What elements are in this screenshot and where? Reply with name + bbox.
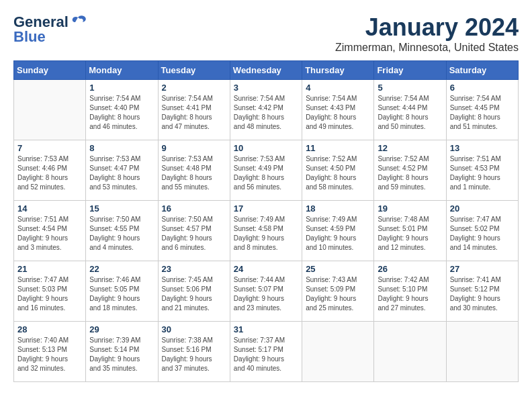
logo-bird-icon [69,15,87,30]
day-info: Sunrise: 7:46 AM Sunset: 5:05 PM Dayligh… [89,275,154,313]
calendar-cell: 8Sunrise: 7:53 AM Sunset: 4:47 PM Daylig… [86,140,158,201]
day-info: Sunrise: 7:39 AM Sunset: 5:14 PM Dayligh… [89,336,154,373]
day-info: Sunrise: 7:53 AM Sunset: 4:48 PM Dayligh… [162,154,226,192]
calendar-cell: 3Sunrise: 7:54 AM Sunset: 4:42 PM Daylig… [230,80,302,140]
calendar-cell: 26Sunrise: 7:42 AM Sunset: 5:10 PM Dayli… [374,261,446,322]
day-number: 9 [162,143,226,153]
day-number: 31 [234,324,298,334]
day-info: Sunrise: 7:43 AM Sunset: 5:09 PM Dayligh… [306,275,370,313]
day-info: Sunrise: 7:54 AM Sunset: 4:40 PM Dayligh… [89,94,154,132]
calendar-cell: 10Sunrise: 7:53 AM Sunset: 4:49 PM Dayli… [230,140,302,201]
day-number: 18 [306,203,370,214]
page-header: General Blue January 2024 Zimmerman, Min… [13,13,519,54]
calendar-cell: 24Sunrise: 7:44 AM Sunset: 5:07 PM Dayli… [230,261,302,322]
day-number: 17 [234,203,298,214]
day-number: 4 [306,83,370,93]
day-info: Sunrise: 7:44 AM Sunset: 5:07 PM Dayligh… [234,275,298,313]
day-number: 7 [17,143,82,153]
calendar-cell: 7Sunrise: 7:53 AM Sunset: 4:46 PM Daylig… [14,140,86,201]
calendar-cell: 27Sunrise: 7:41 AM Sunset: 5:12 PM Dayli… [446,261,518,322]
day-info: Sunrise: 7:49 AM Sunset: 4:59 PM Dayligh… [306,215,370,253]
day-number: 14 [17,203,82,214]
day-number: 26 [378,264,442,274]
day-number: 13 [450,143,515,153]
day-number: 22 [89,264,154,274]
calendar-cell: 31Sunrise: 7:37 AM Sunset: 5:17 PM Dayli… [230,322,302,382]
calendar-cell [302,322,374,382]
day-info: Sunrise: 7:51 AM Sunset: 4:54 PM Dayligh… [17,215,82,253]
day-info: Sunrise: 7:53 AM Sunset: 4:46 PM Dayligh… [17,154,82,192]
day-number: 28 [17,324,82,334]
calendar-cell: 23Sunrise: 7:45 AM Sunset: 5:06 PM Dayli… [158,261,230,322]
day-info: Sunrise: 7:54 AM Sunset: 4:41 PM Dayligh… [162,94,226,132]
calendar-cell: 9Sunrise: 7:53 AM Sunset: 4:48 PM Daylig… [158,140,230,201]
day-info: Sunrise: 7:48 AM Sunset: 5:01 PM Dayligh… [378,215,442,253]
calendar-cell: 1Sunrise: 7:54 AM Sunset: 4:40 PM Daylig… [86,80,158,140]
calendar-table: SundayMondayTuesdayWednesdayThursdayFrid… [13,60,519,382]
day-number: 11 [306,143,370,153]
calendar-cell: 30Sunrise: 7:38 AM Sunset: 5:16 PM Dayli… [158,322,230,382]
day-number: 23 [162,264,226,274]
calendar-day-header-monday: Monday [86,61,158,80]
day-number: 5 [378,83,442,93]
day-info: Sunrise: 7:54 AM Sunset: 4:45 PM Dayligh… [450,94,515,132]
calendar-week-row: 14Sunrise: 7:51 AM Sunset: 4:54 PM Dayli… [14,201,519,261]
title-section: January 2024 Zimmerman, Minnesota, Unite… [335,13,519,54]
day-number: 3 [234,83,298,93]
day-number: 12 [378,143,442,153]
day-number: 8 [89,143,154,153]
day-info: Sunrise: 7:53 AM Sunset: 4:47 PM Dayligh… [89,154,154,192]
location-text: Zimmerman, Minnesota, United States [335,42,519,54]
day-info: Sunrise: 7:51 AM Sunset: 4:53 PM Dayligh… [450,154,515,192]
calendar-cell: 20Sunrise: 7:47 AM Sunset: 5:02 PM Dayli… [446,201,518,261]
calendar-day-header-friday: Friday [374,61,446,80]
logo: General Blue [13,13,87,46]
day-info: Sunrise: 7:50 AM Sunset: 4:57 PM Dayligh… [162,215,226,253]
day-info: Sunrise: 7:40 AM Sunset: 5:13 PM Dayligh… [17,336,82,373]
day-info: Sunrise: 7:47 AM Sunset: 5:03 PM Dayligh… [17,275,82,313]
day-info: Sunrise: 7:54 AM Sunset: 4:43 PM Dayligh… [306,94,370,132]
calendar-cell: 15Sunrise: 7:50 AM Sunset: 4:55 PM Dayli… [86,201,158,261]
day-number: 21 [17,264,82,274]
calendar-day-header-sunday: Sunday [14,61,86,80]
calendar-day-header-saturday: Saturday [446,61,518,80]
day-number: 16 [162,203,226,214]
day-info: Sunrise: 7:41 AM Sunset: 5:12 PM Dayligh… [450,275,515,313]
day-info: Sunrise: 7:49 AM Sunset: 4:58 PM Dayligh… [234,215,298,253]
day-number: 25 [306,264,370,274]
calendar-cell: 29Sunrise: 7:39 AM Sunset: 5:14 PM Dayli… [86,322,158,382]
logo-blue: Blue [13,28,46,46]
calendar-cell: 16Sunrise: 7:50 AM Sunset: 4:57 PM Dayli… [158,201,230,261]
calendar-day-header-thursday: Thursday [302,61,374,80]
calendar-week-row: 1Sunrise: 7:54 AM Sunset: 4:40 PM Daylig… [14,80,519,140]
calendar-cell: 2Sunrise: 7:54 AM Sunset: 4:41 PM Daylig… [158,80,230,140]
calendar-week-row: 7Sunrise: 7:53 AM Sunset: 4:46 PM Daylig… [14,140,519,201]
calendar-cell: 17Sunrise: 7:49 AM Sunset: 4:58 PM Dayli… [230,201,302,261]
day-number: 29 [89,324,154,334]
day-info: Sunrise: 7:50 AM Sunset: 4:55 PM Dayligh… [89,215,154,253]
day-info: Sunrise: 7:54 AM Sunset: 4:44 PM Dayligh… [378,94,442,132]
day-info: Sunrise: 7:54 AM Sunset: 4:42 PM Dayligh… [234,94,298,132]
calendar-cell: 5Sunrise: 7:54 AM Sunset: 4:44 PM Daylig… [374,80,446,140]
day-number: 1 [89,83,154,93]
day-number: 10 [234,143,298,153]
month-title: January 2024 [335,13,519,42]
calendar-cell: 28Sunrise: 7:40 AM Sunset: 5:13 PM Dayli… [14,322,86,382]
calendar-cell: 22Sunrise: 7:46 AM Sunset: 5:05 PM Dayli… [86,261,158,322]
day-number: 20 [450,203,515,214]
day-info: Sunrise: 7:52 AM Sunset: 4:50 PM Dayligh… [306,154,370,192]
day-number: 6 [450,83,515,93]
day-info: Sunrise: 7:45 AM Sunset: 5:06 PM Dayligh… [162,275,226,313]
calendar-week-row: 28Sunrise: 7:40 AM Sunset: 5:13 PM Dayli… [14,322,519,382]
calendar-cell: 6Sunrise: 7:54 AM Sunset: 4:45 PM Daylig… [446,80,518,140]
calendar-cell: 4Sunrise: 7:54 AM Sunset: 4:43 PM Daylig… [302,80,374,140]
day-number: 2 [162,83,226,93]
day-number: 27 [450,264,515,274]
calendar-cell: 11Sunrise: 7:52 AM Sunset: 4:50 PM Dayli… [302,140,374,201]
calendar-day-header-wednesday: Wednesday [230,61,302,80]
day-info: Sunrise: 7:53 AM Sunset: 4:49 PM Dayligh… [234,154,298,192]
calendar-cell: 18Sunrise: 7:49 AM Sunset: 4:59 PM Dayli… [302,201,374,261]
calendar-cell: 13Sunrise: 7:51 AM Sunset: 4:53 PM Dayli… [446,140,518,201]
day-info: Sunrise: 7:38 AM Sunset: 5:16 PM Dayligh… [162,336,226,373]
day-number: 30 [162,324,226,334]
